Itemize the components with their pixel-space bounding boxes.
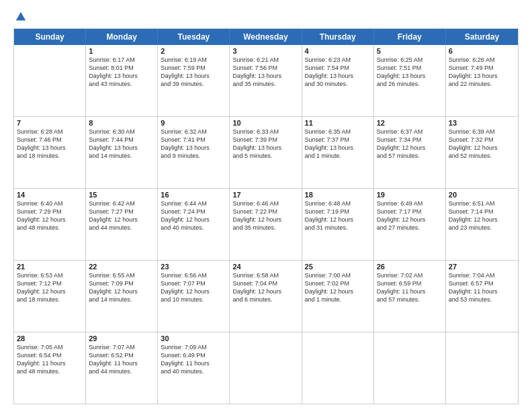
day-cell: 4Sunrise: 6:23 AM Sunset: 7:54 PM Daylig… xyxy=(302,45,374,116)
day-info: Sunrise: 6:48 AM Sunset: 7:19 PM Dayligh… xyxy=(305,199,371,232)
day-number: 11 xyxy=(305,119,371,127)
day-info: Sunrise: 6:46 AM Sunset: 7:22 PM Dayligh… xyxy=(232,199,298,232)
day-info: Sunrise: 6:37 AM Sunset: 7:34 PM Dayligh… xyxy=(377,128,443,161)
day-info: Sunrise: 6:40 AM Sunset: 7:29 PM Dayligh… xyxy=(17,199,83,232)
day-info: Sunrise: 7:07 AM Sunset: 6:52 PM Dayligh… xyxy=(89,343,154,376)
calendar-body: 1Sunrise: 6:17 AM Sunset: 8:01 PM Daylig… xyxy=(14,45,518,404)
day-cell: 9Sunrise: 6:32 AM Sunset: 7:41 PM Daylig… xyxy=(158,117,230,188)
day-cell: 1Sunrise: 6:17 AM Sunset: 8:01 PM Daylig… xyxy=(86,45,158,116)
svg-marker-0 xyxy=(16,12,26,21)
day-number: 10 xyxy=(232,119,298,127)
week-row: 21Sunrise: 6:53 AM Sunset: 7:12 PM Dayli… xyxy=(14,261,518,332)
day-number: 2 xyxy=(161,47,226,55)
day-cell: 25Sunrise: 7:00 AM Sunset: 7:02 PM Dayli… xyxy=(302,261,374,332)
day-info: Sunrise: 6:19 AM Sunset: 7:59 PM Dayligh… xyxy=(161,56,226,89)
day-number: 17 xyxy=(232,191,298,199)
day-number: 28 xyxy=(17,334,83,342)
day-info: Sunrise: 6:33 AM Sunset: 7:39 PM Dayligh… xyxy=(232,128,298,161)
day-number: 14 xyxy=(17,191,83,199)
day-cell: 29Sunrise: 7:07 AM Sunset: 6:52 PM Dayli… xyxy=(86,332,158,404)
day-cell xyxy=(446,332,518,404)
day-number: 23 xyxy=(161,263,226,271)
day-number: 21 xyxy=(17,263,83,271)
day-number: 8 xyxy=(89,119,154,127)
day-number: 20 xyxy=(449,191,515,199)
day-info: Sunrise: 6:32 AM Sunset: 7:41 PM Dayligh… xyxy=(161,128,226,161)
day-number: 24 xyxy=(232,263,298,271)
day-cell: 22Sunrise: 6:55 AM Sunset: 7:09 PM Dayli… xyxy=(86,261,158,332)
day-number: 30 xyxy=(161,334,226,342)
day-number: 6 xyxy=(449,47,515,55)
day-cell xyxy=(14,45,86,116)
week-row: 14Sunrise: 6:40 AM Sunset: 7:29 PM Dayli… xyxy=(14,189,518,261)
day-number: 13 xyxy=(449,119,515,127)
day-cell: 10Sunrise: 6:33 AM Sunset: 7:39 PM Dayli… xyxy=(230,117,302,188)
day-cell: 17Sunrise: 6:46 AM Sunset: 7:22 PM Dayli… xyxy=(230,189,302,260)
day-cell: 2Sunrise: 6:19 AM Sunset: 7:59 PM Daylig… xyxy=(158,45,230,116)
day-number: 3 xyxy=(232,47,298,55)
day-cell: 18Sunrise: 6:48 AM Sunset: 7:19 PM Dayli… xyxy=(302,189,374,260)
day-number: 7 xyxy=(17,119,83,127)
day-number: 5 xyxy=(377,47,443,55)
day-number: 19 xyxy=(377,191,443,199)
day-cell: 6Sunrise: 6:26 AM Sunset: 7:49 PM Daylig… xyxy=(446,45,518,116)
day-number: 12 xyxy=(377,119,443,127)
day-cell: 3Sunrise: 6:21 AM Sunset: 7:56 PM Daylig… xyxy=(230,45,302,116)
day-cell: 24Sunrise: 6:58 AM Sunset: 7:04 PM Dayli… xyxy=(230,261,302,332)
day-number: 18 xyxy=(305,191,371,199)
day-cell xyxy=(374,332,446,404)
day-cell: 11Sunrise: 6:35 AM Sunset: 7:37 PM Dayli… xyxy=(302,117,374,188)
day-header: Tuesday xyxy=(158,29,230,45)
day-info: Sunrise: 6:51 AM Sunset: 7:14 PM Dayligh… xyxy=(449,199,515,232)
day-info: Sunrise: 7:02 AM Sunset: 6:59 PM Dayligh… xyxy=(377,271,443,304)
day-info: Sunrise: 7:04 AM Sunset: 6:57 PM Dayligh… xyxy=(449,271,515,304)
day-info: Sunrise: 6:39 AM Sunset: 7:32 PM Dayligh… xyxy=(449,128,515,161)
day-cell: 23Sunrise: 6:56 AM Sunset: 7:07 PM Dayli… xyxy=(158,261,230,332)
day-info: Sunrise: 6:25 AM Sunset: 7:51 PM Dayligh… xyxy=(377,56,443,89)
day-cell: 19Sunrise: 6:49 AM Sunset: 7:17 PM Dayli… xyxy=(374,189,446,260)
day-info: Sunrise: 6:21 AM Sunset: 7:56 PM Dayligh… xyxy=(232,56,298,89)
day-cell: 27Sunrise: 7:04 AM Sunset: 6:57 PM Dayli… xyxy=(446,261,518,332)
day-number: 27 xyxy=(449,263,515,271)
page: SundayMondayTuesdayWednesdayThursdayFrid… xyxy=(0,0,532,411)
day-number: 25 xyxy=(305,263,371,271)
logo-icon xyxy=(15,11,27,23)
day-number: 22 xyxy=(89,263,154,271)
day-number: 29 xyxy=(89,334,154,342)
day-cell: 21Sunrise: 6:53 AM Sunset: 7:12 PM Dayli… xyxy=(14,261,86,332)
day-cell: 26Sunrise: 7:02 AM Sunset: 6:59 PM Dayli… xyxy=(374,261,446,332)
day-number: 4 xyxy=(305,47,371,55)
day-cell: 28Sunrise: 7:05 AM Sunset: 6:54 PM Dayli… xyxy=(14,332,86,404)
day-info: Sunrise: 6:56 AM Sunset: 7:07 PM Dayligh… xyxy=(161,271,226,304)
day-info: Sunrise: 6:58 AM Sunset: 7:04 PM Dayligh… xyxy=(232,271,298,304)
logo xyxy=(13,11,27,23)
day-header: Thursday xyxy=(302,29,374,45)
day-info: Sunrise: 6:23 AM Sunset: 7:54 PM Dayligh… xyxy=(305,56,371,89)
day-info: Sunrise: 6:30 AM Sunset: 7:44 PM Dayligh… xyxy=(89,128,154,161)
day-number: 16 xyxy=(161,191,226,199)
day-cell: 20Sunrise: 6:51 AM Sunset: 7:14 PM Dayli… xyxy=(446,189,518,260)
day-header: Monday xyxy=(86,29,158,45)
day-number: 1 xyxy=(89,47,154,55)
week-row: 1Sunrise: 6:17 AM Sunset: 8:01 PM Daylig… xyxy=(14,45,518,117)
day-info: Sunrise: 7:05 AM Sunset: 6:54 PM Dayligh… xyxy=(17,343,83,376)
day-number: 9 xyxy=(161,119,226,127)
day-headers: SundayMondayTuesdayWednesdayThursdayFrid… xyxy=(14,29,518,45)
week-row: 7Sunrise: 6:28 AM Sunset: 7:46 PM Daylig… xyxy=(14,117,518,189)
calendar: SundayMondayTuesdayWednesdayThursdayFrid… xyxy=(13,28,519,404)
day-info: Sunrise: 6:55 AM Sunset: 7:09 PM Dayligh… xyxy=(89,271,154,304)
day-cell: 13Sunrise: 6:39 AM Sunset: 7:32 PM Dayli… xyxy=(446,117,518,188)
day-number: 15 xyxy=(89,191,154,199)
day-cell: 12Sunrise: 6:37 AM Sunset: 7:34 PM Dayli… xyxy=(374,117,446,188)
day-cell: 30Sunrise: 7:09 AM Sunset: 6:49 PM Dayli… xyxy=(158,332,230,404)
day-info: Sunrise: 6:35 AM Sunset: 7:37 PM Dayligh… xyxy=(305,128,371,161)
day-cell xyxy=(230,332,302,404)
day-header: Wednesday xyxy=(230,29,302,45)
day-info: Sunrise: 6:17 AM Sunset: 8:01 PM Dayligh… xyxy=(89,56,154,89)
day-info: Sunrise: 7:09 AM Sunset: 6:49 PM Dayligh… xyxy=(161,343,226,376)
day-info: Sunrise: 6:26 AM Sunset: 7:49 PM Dayligh… xyxy=(449,56,515,89)
day-cell xyxy=(302,332,374,404)
day-info: Sunrise: 6:28 AM Sunset: 7:46 PM Dayligh… xyxy=(17,128,83,161)
day-header: Sunday xyxy=(14,29,86,45)
day-number: 26 xyxy=(377,263,443,271)
